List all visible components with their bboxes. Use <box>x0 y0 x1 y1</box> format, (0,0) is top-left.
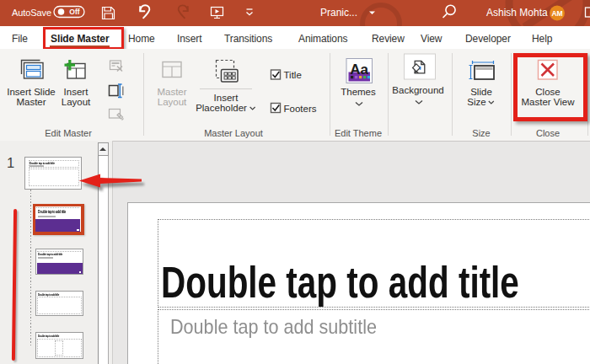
svg-text:AM: AM <box>551 9 562 18</box>
svg-text:Off: Off <box>69 8 79 16</box>
svg-text:Aa: Aa <box>350 62 368 78</box>
